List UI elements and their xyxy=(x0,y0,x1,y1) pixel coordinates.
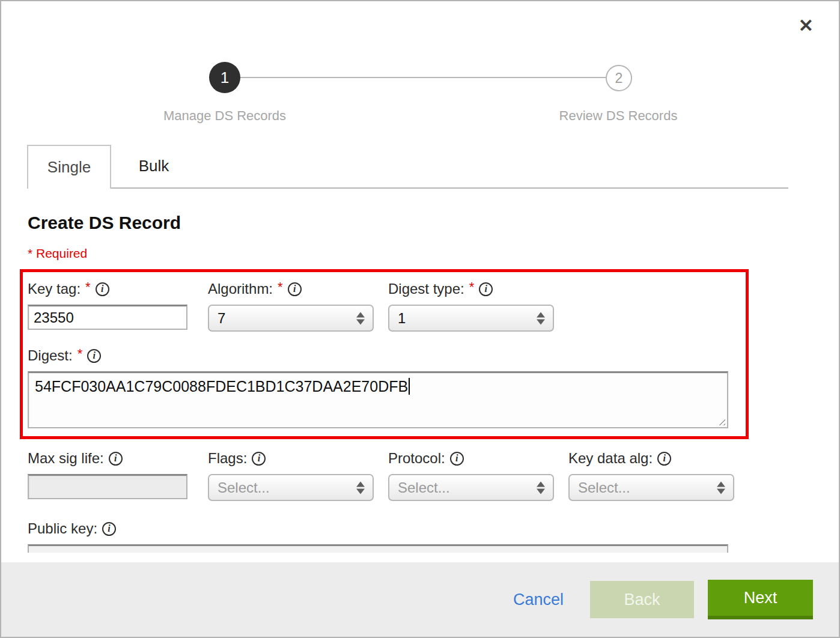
public-key-info-icon[interactable]: i xyxy=(102,522,116,536)
tabs-underline: Bulk xyxy=(111,145,788,189)
key-tag-label: Key tag: * i xyxy=(28,279,193,299)
digest-label-text: Digest: xyxy=(28,347,73,364)
page-title: Create DS Record xyxy=(28,213,839,233)
digest-type-label: Digest type: * i xyxy=(388,279,554,299)
step-1-circle: 1 xyxy=(209,62,240,93)
digest-type-required-marker: * xyxy=(469,279,475,295)
text-caret xyxy=(409,378,410,395)
mode-tabs: Single Bulk xyxy=(27,145,788,189)
public-key-label: Public key: i xyxy=(28,519,839,538)
key-data-alg-select-value: Select... xyxy=(578,479,630,496)
public-key-field: Public key: i xyxy=(28,519,839,553)
digest-required-marker: * xyxy=(78,346,83,362)
key-tag-input[interactable]: 23550 xyxy=(28,305,187,330)
key-data-alg-label: Key data alg: i xyxy=(568,449,734,468)
digest-type-field: Digest type: * i 1 xyxy=(388,279,554,332)
digest-textarea[interactable]: 54FCF030AA1C79C0088FDEC1BD1C37DAA2E70DFB xyxy=(28,371,728,428)
digest-value: 54FCF030AA1C79C0088FDEC1BD1C37DAA2E70DFB xyxy=(35,378,408,395)
digest-label: Digest: * i xyxy=(28,346,746,365)
key-data-alg-label-text: Key data alg: xyxy=(568,450,653,467)
select-arrows-icon xyxy=(356,481,365,494)
back-button[interactable]: Back xyxy=(590,581,694,618)
key-data-alg-select[interactable]: Select... xyxy=(568,474,734,501)
protocol-field: Protocol: i Select... xyxy=(388,449,554,501)
digest-type-label-text: Digest type: xyxy=(388,281,464,297)
step-2-number: 2 xyxy=(615,70,623,87)
algorithm-field: Algorithm: * i 7 xyxy=(208,279,374,332)
next-button[interactable]: Next xyxy=(708,580,813,619)
flags-select[interactable]: Select... xyxy=(208,474,374,501)
max-sig-life-field: Max sig life: i xyxy=(28,449,193,501)
algorithm-info-icon[interactable]: i xyxy=(288,282,302,296)
digest-type-info-icon[interactable]: i xyxy=(479,282,493,296)
form-row-3: Max sig life: i Flags: i Select... Proto… xyxy=(28,449,839,501)
protocol-info-icon[interactable]: i xyxy=(450,452,464,466)
public-key-label-text: Public key: xyxy=(28,520,97,537)
key-tag-label-text: Key tag: xyxy=(28,281,81,297)
required-note: * Required xyxy=(28,246,839,261)
algorithm-select[interactable]: 7 xyxy=(208,305,374,332)
digest-field: Digest: * i 54FCF030AA1C79C0088FDEC1BD1C… xyxy=(28,346,746,428)
select-arrows-icon xyxy=(537,481,545,494)
key-data-alg-info-icon[interactable]: i xyxy=(657,452,671,466)
create-ds-record-modal: ✕ 1 2 Manage DS Records Review DS Record… xyxy=(0,0,840,638)
protocol-label: Protocol: i xyxy=(388,449,554,468)
select-arrows-icon xyxy=(356,312,365,324)
cancel-button[interactable]: Cancel xyxy=(513,591,564,609)
max-sig-life-input[interactable] xyxy=(28,474,187,499)
tab-bulk-label: Bulk xyxy=(139,157,169,175)
flags-info-icon[interactable]: i xyxy=(252,452,266,466)
step-1-label: Manage DS Records xyxy=(163,108,286,124)
digest-type-select-value: 1 xyxy=(398,310,406,327)
flags-label: Flags: i xyxy=(208,449,374,468)
step-2-circle: 2 xyxy=(606,65,632,91)
digest-info-icon[interactable]: i xyxy=(87,349,101,363)
wizard-stepper: 1 2 Manage DS Records Review DS Records xyxy=(1,1,839,145)
stepper-connector-line xyxy=(225,77,619,78)
algorithm-label-text: Algorithm: xyxy=(208,281,273,297)
step-1-number: 1 xyxy=(221,68,229,87)
protocol-label-text: Protocol: xyxy=(388,450,445,467)
tab-bulk[interactable]: Bulk xyxy=(111,145,196,187)
textarea-resize-handle[interactable] xyxy=(716,416,725,425)
select-arrows-icon xyxy=(717,481,725,494)
algorithm-select-value: 7 xyxy=(218,310,225,327)
flags-select-value: Select... xyxy=(218,479,270,496)
key-tag-required-marker: * xyxy=(85,279,91,295)
digest-type-select[interactable]: 1 xyxy=(388,305,554,332)
select-arrows-icon xyxy=(537,312,545,324)
form-row-1: Key tag: * i 23550 Algorithm: * i 7 xyxy=(28,279,746,332)
highlight-annotation-box: Key tag: * i 23550 Algorithm: * i 7 xyxy=(20,269,749,439)
protocol-select-value: Select... xyxy=(398,479,450,496)
key-data-alg-field: Key data alg: i Select... xyxy=(568,449,734,501)
algorithm-label: Algorithm: * i xyxy=(208,279,374,299)
step-2-label: Review DS Records xyxy=(559,108,678,124)
flags-label-text: Flags: xyxy=(208,450,247,467)
max-sig-life-label: Max sig life: i xyxy=(28,449,193,468)
public-key-textarea[interactable] xyxy=(28,544,728,553)
tab-single[interactable]: Single xyxy=(27,145,111,189)
flags-field: Flags: i Select... xyxy=(208,449,374,501)
modal-footer: Cancel Back Next xyxy=(1,562,839,637)
protocol-select[interactable]: Select... xyxy=(388,474,554,501)
algorithm-required-marker: * xyxy=(278,279,283,295)
key-tag-field: Key tag: * i 23550 xyxy=(28,279,193,332)
max-sig-life-info-icon[interactable]: i xyxy=(109,452,123,466)
key-tag-info-icon[interactable]: i xyxy=(96,282,109,296)
max-sig-life-label-text: Max sig life: xyxy=(28,450,104,467)
tab-single-label: Single xyxy=(47,158,91,177)
